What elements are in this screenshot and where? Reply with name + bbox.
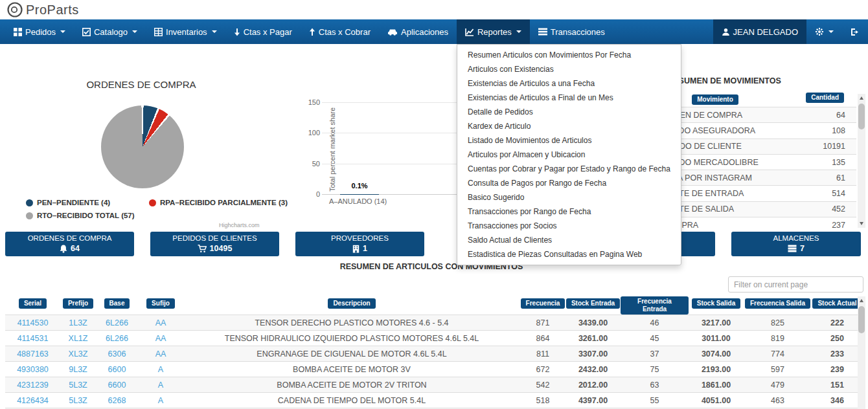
legend-item-rto-recibido-total-57[interactable]: RTO–RECIBIDO TOTAL (57) xyxy=(26,212,135,219)
table-row[interactable]: 41145301L3Z6L266AATENSOR DERECHO PLASTIC… xyxy=(5,315,863,331)
cell-link[interactable]: 4930380 xyxy=(17,365,49,374)
table-row[interactable]: 49303809L3Z6600ABOMBA ACEITE DE MOTOR 3V… xyxy=(5,362,863,377)
cell-link[interactable]: 1L3Z xyxy=(69,318,87,327)
cell-link[interactable]: AA xyxy=(155,318,166,327)
legend-item-pen-pendiente-4[interactable]: PEN–PENDIENTE (4) xyxy=(26,199,110,206)
caret-down-icon xyxy=(516,30,521,33)
cell-link[interactable]: 4231239 xyxy=(17,381,49,390)
cell-link[interactable]: 6L266 xyxy=(106,334,128,343)
cell-link[interactable]: A xyxy=(158,365,163,374)
nav-item-label: Catalogo xyxy=(94,27,128,37)
cell-link[interactable]: 5L3Z xyxy=(69,396,87,405)
highcharts-credit[interactable]: Highcharts.com xyxy=(219,222,260,228)
arrow-down-icon xyxy=(234,28,240,36)
menu-item-saldo-actual-de-clientes[interactable]: Saldo Actual de Clientes xyxy=(457,233,681,247)
nav-item-aplicaciones[interactable]: Aplicaciones xyxy=(379,19,457,44)
stat-card-almacenes[interactable]: ALMACENES 7 xyxy=(731,232,861,256)
cell-link[interactable]: 4114530 xyxy=(17,318,49,327)
menu-item-existencias-de-articulos-a-una-fecha[interactable]: Existencias de Articulos a una Fecha xyxy=(457,76,681,91)
scroll-up-arrow[interactable] xyxy=(858,94,865,102)
cell-link[interactable]: 6L266 xyxy=(106,318,128,327)
menu-item-kardex-de-articulo[interactable]: Kardex de Articulo xyxy=(457,119,681,133)
column-header-stock-salida[interactable]: Stock Salida xyxy=(692,298,740,309)
stat-card-proveedores[interactable]: PROVEEDORES 1 xyxy=(295,232,424,256)
column-header-frecuencia[interactable]: Frecuencia xyxy=(521,298,565,309)
nav-item-label: Reportes xyxy=(477,27,512,37)
cell-link[interactable]: 4887163 xyxy=(17,349,49,359)
bar-data-label: 0.1% xyxy=(330,182,389,190)
column-header-cantidad[interactable]: Cantidad xyxy=(806,93,844,103)
brand-logo[interactable]: ProParts xyxy=(6,1,79,18)
stat-card-pedidos-de-clientes[interactable]: PEDIDOS DE CLIENTES 10495 xyxy=(150,232,279,256)
y-axis-tick: 100 xyxy=(298,129,320,137)
cell-link[interactable]: AA xyxy=(155,334,166,343)
column-header-sufijo[interactable]: Sufijo xyxy=(146,298,175,309)
nav-item-ctas-x-pagar[interactable]: Ctas x Pagar xyxy=(225,19,301,44)
legend-item-rpa-recibido-parcialmente-3[interactable]: RPA–RECIBIDO PARCIALMENTE (3) xyxy=(149,199,288,206)
table-row[interactable]: 41264345L3Z6268ACADENA DE TIEMPO DEL MOT… xyxy=(5,393,863,408)
y-axis-tick: 50 xyxy=(298,160,320,168)
cell-link[interactable]: A xyxy=(158,381,163,390)
pie-chart-title: ORDENES DE COMPRA xyxy=(5,79,277,90)
scrollbar-thumb[interactable] xyxy=(858,104,865,129)
nav-item-catalogo[interactable]: Catalogo xyxy=(74,19,146,44)
menu-item-resumen-articulos-con-movimientos-por-fecha[interactable]: Resumen Articulos con Movimientos Por Fe… xyxy=(457,48,681,62)
stat-card-ordenes-de-compra[interactable]: ORDENES DE COMPRA 64 xyxy=(5,232,134,256)
logout-button[interactable] xyxy=(842,19,868,44)
scroll-down-arrow[interactable] xyxy=(858,219,865,228)
column-header-descripcion[interactable]: Descripcion xyxy=(328,298,375,309)
column-header-frecuencia-entrada[interactable]: Frecuencia Entrada xyxy=(621,296,689,315)
cell-link[interactable]: 4126434 xyxy=(17,396,49,405)
menu-item-basico-sugerido[interactable]: Basico Sugerido xyxy=(457,190,681,204)
column-header-frecuencia-salida[interactable]: Frecuencia Salida xyxy=(745,298,810,309)
cell-link[interactable]: 6600 xyxy=(108,381,126,390)
articulos-scrollbar[interactable] xyxy=(858,296,865,409)
menu-item-estadistica-de-piezas-consultadas-en-pagina-web[interactable]: Estadistica de Piezas Consultadas en Pag… xyxy=(457,247,681,261)
cell-link[interactable]: XL3Z xyxy=(69,349,88,359)
cell-link[interactable]: XL1Z xyxy=(69,334,88,343)
caret-down-icon xyxy=(132,30,137,33)
nav-item-pedidos[interactable]: Pedidos xyxy=(5,19,74,44)
filter-input[interactable] xyxy=(728,276,863,293)
proparts-logo-icon xyxy=(6,1,23,18)
table-row[interactable]: 4887163XL3Z6306AAENGRANAGE DE CIGUENAL D… xyxy=(5,346,863,362)
column-header-stock-entrada[interactable]: Stock Entrada xyxy=(566,298,620,309)
bar[interactable] xyxy=(340,194,379,195)
menu-item-consulta-de-pagos-por-rango-de-fecha[interactable]: Consulta de Pagos por Rango de Fecha xyxy=(457,176,681,190)
table-row[interactable]: 42312395L3Z6600ABOMBA ACEITE DE MOTOR 2V… xyxy=(5,377,863,393)
movimientos-scrollbar[interactable] xyxy=(858,94,865,228)
cell-link[interactable]: 9L3Z xyxy=(69,365,87,374)
cell-link[interactable]: AA xyxy=(155,349,166,359)
menu-item-articulos-por-almacen-y-ubicacion[interactable]: Articulos por Almacen y Ubicacion xyxy=(457,148,681,162)
cell-link[interactable]: 6306 xyxy=(108,349,126,359)
scrollbar-thumb[interactable] xyxy=(858,306,865,333)
column-header-movimiento[interactable]: Movimiento xyxy=(692,94,738,105)
menu-item-existencias-de-articulos-a-final-de-un-mes[interactable]: Existencias de Articulos a Final de un M… xyxy=(457,91,681,105)
nav-item-inventarios[interactable]: Inventarios xyxy=(146,19,225,44)
menu-item-listado-de-movimientos-de-articulos[interactable]: Listado de Movimientos de Articulos xyxy=(457,133,681,148)
nav-item-ctas-x-cobrar[interactable]: Ctas x Cobrar xyxy=(301,19,379,44)
column-header-stock-actual[interactable]: Stock Actual xyxy=(812,298,862,309)
cell-link[interactable]: 6268 xyxy=(108,396,126,405)
column-header-prefijo[interactable]: Prefijo xyxy=(63,298,93,309)
cell-link[interactable]: 6600 xyxy=(108,365,126,374)
menu-item-detalle-de-pedidos[interactable]: Detalle de Pedidos xyxy=(457,105,681,119)
cell-link[interactable]: 4114531 xyxy=(17,334,49,343)
stat-card-label: ORDENES DE COMPRA xyxy=(5,234,134,243)
table-row[interactable]: 4114531XL1Z6L266AATENSOR HIDRAULICO IZQU… xyxy=(5,331,863,346)
column-header-serial[interactable]: Serial xyxy=(19,298,47,309)
menu-item-articulos-con-existencias[interactable]: Articulos con Existencias xyxy=(457,62,681,76)
nav-item-transacciones[interactable]: Transacciones xyxy=(530,19,613,44)
main-navbar: PedidosCatalogoInventariosCtas x PagarCt… xyxy=(0,19,868,44)
menu-item-transacciones-por-socios[interactable]: Transacciones por Socios xyxy=(457,219,681,233)
cell-link[interactable]: A xyxy=(158,396,163,405)
menu-item-transacciones-por-rango-de-fecha[interactable]: Transacciones por Rango de Fecha xyxy=(457,204,681,219)
scroll-up-arrow[interactable] xyxy=(858,296,865,305)
menu-item-cuentas-por-cobrar-y-pagar-por-estado-y-rango-de-fecha[interactable]: Cuentas por Cobrar y Pagar por Estado y … xyxy=(457,162,681,176)
column-header-base[interactable]: Base xyxy=(104,298,130,309)
user-menu-button[interactable]: JEAN DELGADO xyxy=(713,19,806,44)
cell-link[interactable]: 5L3Z xyxy=(69,381,87,390)
nav-item-reportes[interactable]: ReportesResumen Articulos con Movimiento… xyxy=(457,19,530,44)
settings-menu-button[interactable] xyxy=(806,19,842,44)
pie-chart[interactable] xyxy=(101,105,184,188)
